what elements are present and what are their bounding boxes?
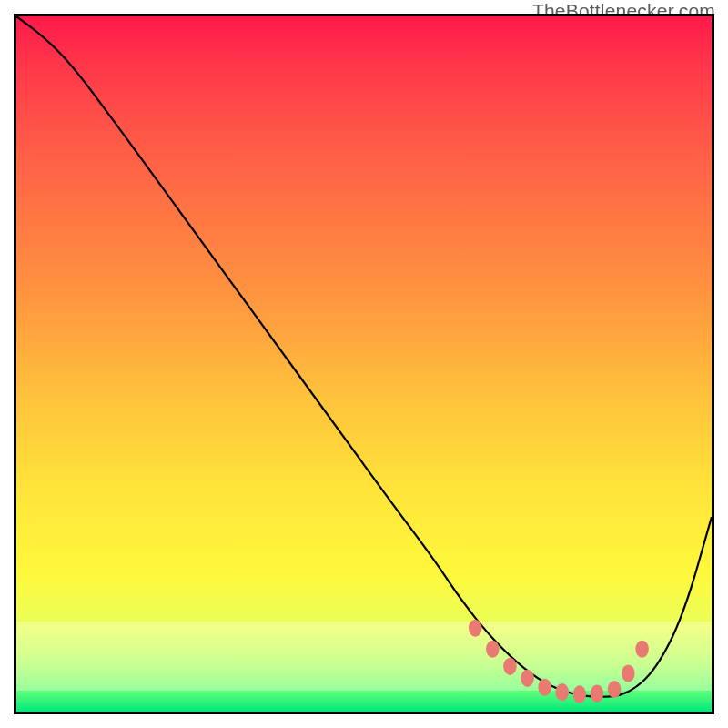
valley-dot: [608, 681, 622, 698]
valley-dot: [635, 641, 649, 658]
valley-dot: [591, 685, 604, 703]
valley-dot: [538, 679, 551, 696]
valley-dot: [521, 670, 534, 687]
valley-dot: [469, 620, 482, 637]
valley-dot: [622, 664, 635, 682]
valley-dot: [573, 685, 587, 703]
valley-dot: [503, 658, 517, 675]
valley-dots-group: [469, 620, 649, 703]
plot-area: [14, 14, 714, 714]
chart-root: TheBottlenecker.com: [0, 0, 728, 728]
bottleneck-curve: [16, 16, 712, 697]
valley-dot: [486, 641, 500, 658]
chart-svg: [16, 16, 712, 712]
valley-dot: [555, 683, 569, 701]
